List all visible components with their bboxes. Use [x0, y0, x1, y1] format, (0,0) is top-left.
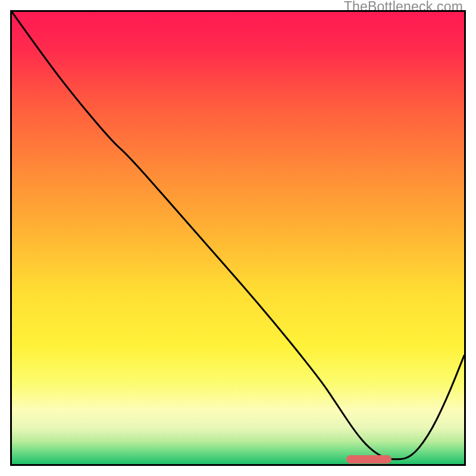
bottleneck-curve [12, 12, 464, 464]
chart-frame [10, 10, 466, 466]
optimal-range-marker [346, 455, 392, 464]
